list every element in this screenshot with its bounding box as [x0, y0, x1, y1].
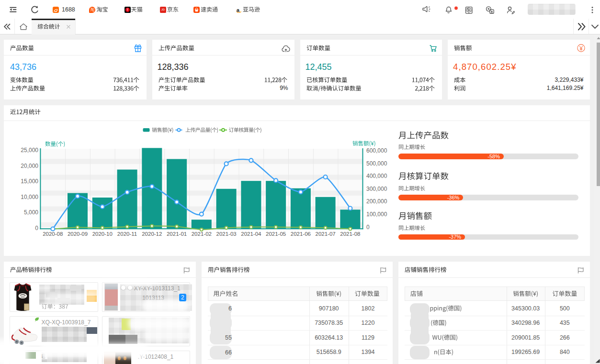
- svg-text:66: 66: [225, 349, 232, 356]
- svg-text:6: 6: [228, 305, 232, 312]
- svg-text:55: 55: [225, 334, 232, 341]
